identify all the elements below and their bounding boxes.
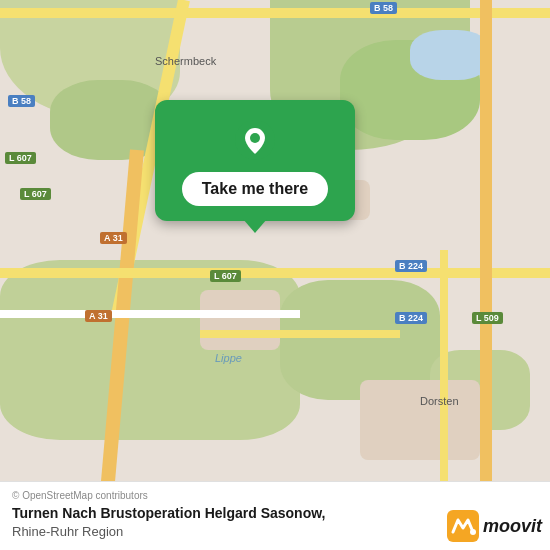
svg-point-3 [470,529,476,535]
road [200,330,400,338]
road [0,268,550,278]
take-me-there-button[interactable]: Take me there [182,172,328,206]
road [0,8,550,18]
settlement-area [200,290,280,350]
location-pin-icon [235,120,275,160]
road-label-l607-left2: L 607 [20,188,51,200]
location-name: Turnen Nach Brustoperation Helgard Sason… [12,505,325,521]
city-label-schermbeck: Schermbeck [155,55,216,67]
road [0,310,300,318]
svg-point-1 [250,133,260,143]
bottom-bar: © OpenStreetMap contributors Turnen Nach… [0,481,550,550]
water-area [410,30,490,80]
road-label-b224-right: B 224 [395,260,427,272]
road-label-b224-right2: B 224 [395,312,427,324]
moovit-logo: moovit [447,510,542,542]
road-label-a31-2: A 31 [85,310,112,322]
road-label-b58-left: B 58 [8,95,35,107]
road-label-a31-1: A 31 [100,232,127,244]
settlement-area [360,380,480,460]
road-label-l509: L 509 [472,312,503,324]
green-area [0,260,300,440]
road [480,0,492,550]
copyright-text: © OpenStreetMap contributors [12,490,538,501]
road-label-b58-top: B 58 [370,2,397,14]
location-popup: Take me there [155,100,355,221]
moovit-icon [447,510,479,542]
road-label-l607-center: L 607 [210,270,241,282]
moovit-text: moovit [483,516,542,537]
road-label-l607-left: L 607 [5,152,36,164]
location-region: Rhine-Ruhr Region [12,524,123,539]
city-label-dorsten: Dorsten [420,395,459,407]
map-container: B 58B 58L 607L 607L 607B 224B 224A 31A 3… [0,0,550,550]
city-label-lippe: Lippe [215,352,242,364]
